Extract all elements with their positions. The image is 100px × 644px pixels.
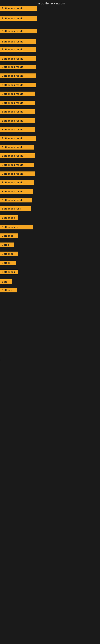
bottleneck-result-item[interactable]: Bottleneck result (0, 189, 33, 194)
small-label: c (0, 358, 1, 361)
bottleneck-result-item[interactable]: Bottleneck result (0, 29, 37, 34)
bottleneck-result-item[interactable]: Bottle (0, 242, 14, 247)
bottleneck-result-item[interactable]: Bottleneck result (0, 47, 36, 52)
bottleneck-result-item[interactable]: Bottleneck result (0, 56, 36, 61)
bottleneck-result-item[interactable]: Bottlene (0, 288, 17, 292)
bottleneck-result-item[interactable]: Bottleneck result (0, 100, 35, 105)
bottleneck-result-item[interactable]: Bottleneck result (0, 109, 35, 114)
bottleneck-result-item[interactable]: Bottleneck result (0, 145, 34, 150)
bottleneck-result-item[interactable]: Bottleneck (0, 215, 18, 220)
bottleneck-result-item[interactable]: Bottleneck re (0, 225, 33, 230)
cursor-line (0, 298, 0, 302)
bottleneck-result-item[interactable]: Bottleneck result (0, 127, 35, 132)
bottleneck-result-item[interactable]: Bottleneck result (0, 83, 36, 87)
bottleneck-result-item[interactable]: Bott (0, 279, 12, 284)
bottleneck-result-item[interactable]: Bottleneck resu (0, 206, 31, 211)
bottleneck-result-item[interactable]: Bottleneck result (0, 74, 36, 78)
bottleneck-result-item[interactable]: Bottleneck result (0, 64, 36, 69)
bottleneck-result-item[interactable]: Bottleneck result (0, 172, 35, 176)
bottleneck-result-item[interactable]: Bottleneck result (0, 162, 34, 167)
bottleneck-result-item[interactable]: Bottleneck result (0, 153, 35, 158)
bottleneck-result-item[interactable]: Bottleneck result (0, 39, 36, 44)
bottleneck-result-item[interactable]: Bottleneck (0, 270, 18, 274)
bottleneck-result-item[interactable]: Bottleneck result (0, 180, 34, 185)
bottleneck-result-item[interactable]: Bottlen (0, 260, 16, 265)
bottleneck-result-item[interactable]: Bottlenec (0, 234, 18, 238)
bottleneck-result-item[interactable]: Bottleneck result (0, 16, 37, 21)
bottleneck-result-item[interactable]: Bottlenec (0, 252, 18, 256)
bottleneck-result-item[interactable]: Bottleneck result (0, 92, 35, 96)
site-title: TheBottlenecker.com (0, 0, 100, 7)
bottleneck-result-item[interactable]: Bottleneck result (0, 6, 37, 11)
bottleneck-result-item[interactable]: Bottleneck result (0, 198, 32, 202)
bottleneck-result-item[interactable]: Bottleneck result (0, 118, 35, 123)
bottleneck-result-item[interactable]: Bottleneck result (0, 136, 36, 141)
